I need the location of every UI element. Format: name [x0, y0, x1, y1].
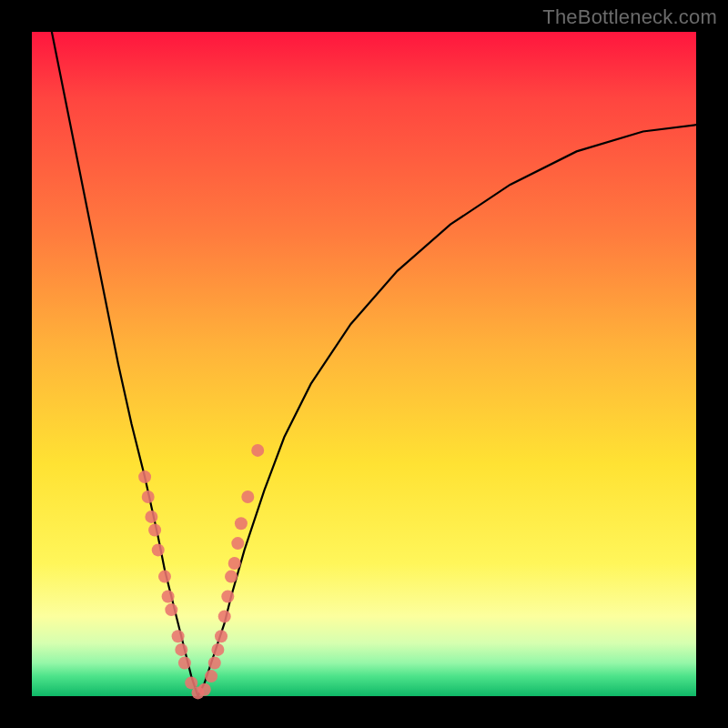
data-point	[175, 643, 187, 656]
chart-frame: TheBottleneck.com	[0, 0, 728, 728]
data-point	[251, 444, 264, 457]
data-point	[208, 657, 221, 670]
curve-layer	[32, 32, 696, 696]
curve-right-branch	[198, 125, 697, 696]
data-point	[235, 517, 248, 530]
data-point	[165, 603, 177, 616]
data-point	[198, 683, 211, 696]
curve-left-branch	[52, 32, 198, 696]
data-point	[231, 537, 244, 550]
data-point	[138, 470, 151, 483]
data-point	[205, 670, 217, 682]
data-point	[225, 571, 238, 583]
data-point	[228, 557, 241, 570]
data-point	[145, 511, 157, 523]
plot-area	[32, 32, 696, 696]
data-point	[215, 630, 228, 642]
data-point	[158, 571, 171, 583]
data-point	[152, 543, 165, 556]
data-point	[162, 591, 175, 603]
data-point	[211, 643, 224, 656]
data-point	[142, 490, 155, 503]
data-point	[148, 524, 161, 537]
data-point	[172, 630, 185, 642]
data-point	[178, 657, 191, 670]
watermark-text: TheBottleneck.com	[542, 5, 717, 29]
data-point	[218, 610, 231, 622]
data-point	[221, 591, 234, 603]
data-point	[241, 490, 254, 503]
